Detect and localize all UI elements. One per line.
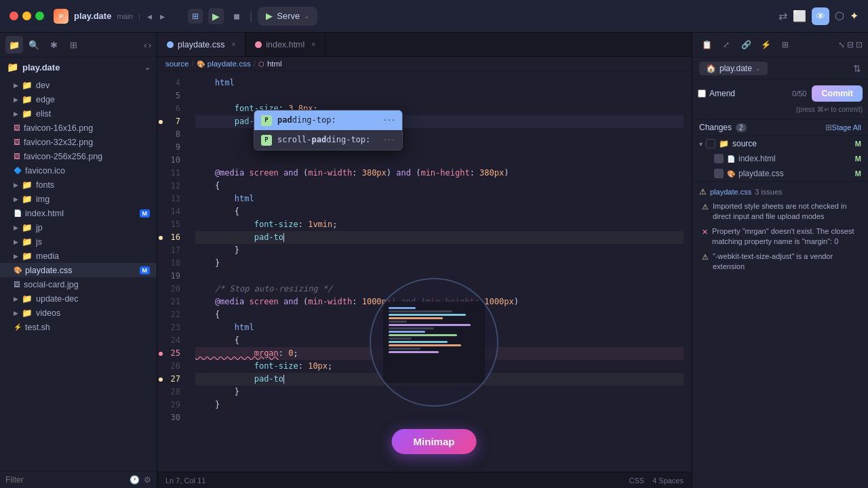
list-item[interactable]: 🖼 favicon-256x256.png [0,149,157,163]
ac-dots-2: ··· [383,134,395,146]
list-item[interactable]: 🖼 favicon-32x32.png [0,135,157,149]
sc-check-filled-2[interactable] [714,169,724,178]
filter-settings-icon[interactable]: ⚙ [144,475,151,485]
sc-folder-source[interactable]: ▾ 📁 source M [692,136,868,151]
eye-icon[interactable]: 👁 [812,7,829,25]
sc-playdate-badge: M [855,169,861,178]
issue-item-3: ⚠ "-webkit-text-size-adjust" is a vendor… [692,249,868,274]
project-root[interactable]: 📁 play.date ⌄ [0,58,157,77]
breadcrumb-html[interactable]: html [267,60,282,68]
editor-content[interactable]: 4 5 6 7 8 9 10 11 12 13 14 15 16 1 [157,71,692,472]
tab-css-close[interactable]: × [231,41,235,48]
rp-icon-3[interactable]: 🔗 [737,36,755,54]
editor-area: playdate.css × index.html × source / 🎨 p… [157,33,692,488]
list-item[interactable]: ▶ 📁 update-dec [0,291,157,306]
list-item[interactable]: ▶ 📁 jp [0,220,157,235]
code-line: { [195,308,684,321]
share-icon[interactable]: ⬡ [835,9,844,22]
changes-count-badge: 2 [736,123,747,132]
sc-check-empty[interactable] [706,139,715,148]
stage-all-button[interactable]: Stage All [832,123,861,131]
list-item[interactable]: ▶ 📁 elist [0,106,157,121]
list-item[interactable]: ▶ 📁 videos [0,306,157,320]
rp-icon-2[interactable]: ⤢ [717,36,735,54]
stop-button[interactable]: ◼ [229,9,244,24]
nav-forward-icon[interactable]: › [149,40,151,50]
list-item[interactable]: 🖼 social-card.jpg [0,277,157,291]
issue-warn-icon-1: ⚠ [702,202,709,212]
list-item[interactable]: ⚡ test.sh [0,320,157,334]
project-name: play.date [74,11,111,21]
panel-icon[interactable]: ⬜ [793,9,806,22]
rp-external-icon[interactable]: ⤡ [838,40,845,49]
status-bar: Ln 7, Col 11 CSS 4 Spaces [157,472,692,488]
badge-m-css: M [140,266,151,274]
sidebar-files-icon[interactable]: 📁 [5,36,23,54]
traffic-light-green[interactable] [35,12,44,20]
list-item[interactable]: ▶ 📁 js [0,235,157,249]
commit-button[interactable]: Commit [812,85,863,102]
autocomplete-dropdown[interactable]: P padding-top: ··· P scroll-padding-top:… [254,110,403,150]
tab-html[interactable]: index.html × [245,33,326,56]
sc-file-index[interactable]: 📄 index.html M [692,151,868,166]
repo-selector[interactable]: 🏠 play.date ⌄ [699,62,768,75]
sc-playdate-css-label: playdate.css [738,169,784,178]
sc-file-playdate[interactable]: 🎨 playdate.css M [692,166,868,181]
nav-back-icon[interactable]: ‹ [144,40,146,50]
tab-html-label: index.html [266,40,304,49]
autocomplete-item-1[interactable]: P padding-top: ··· [254,110,402,130]
rp-minimize-icon[interactable]: ⊟ [847,40,854,49]
rp-icon-5[interactable]: ⊞ [776,36,794,54]
spaces-select[interactable]: 4 Spaces [652,476,684,485]
issues-warn-icon: ⚠ [699,187,707,197]
sidebar-grid-icon[interactable]: ⊞ [64,36,82,54]
repo-chevron-icon: ⌄ [755,65,761,72]
sc-check-filled[interactable] [714,154,724,163]
tab-html-close[interactable]: × [311,41,315,48]
breadcrumb-playdate-css[interactable]: playdate.css [208,60,251,68]
list-item[interactable]: ▶ 📁 edge [0,92,157,106]
sc-folder-badge: M [855,140,861,148]
minimap-button[interactable]: Minimap [392,429,477,454]
list-item[interactable]: ▶ 📁 fonts [0,178,157,192]
forward-button[interactable]: ▸ [159,9,166,23]
breadcrumb-sep2: / [254,60,256,68]
autocomplete-item-2[interactable]: P scroll-padding-top: ··· [254,130,402,150]
amend-checkbox[interactable] [698,89,706,98]
sidebar-asterisk-icon[interactable]: ✱ [45,36,62,54]
code-line [195,89,684,102]
source-tree-button[interactable]: ⊞ [188,9,203,24]
amend-checkbox-label: Amend [698,89,735,98]
traffic-light-red[interactable] [9,12,18,20]
list-item[interactable]: 🖼 favicon-16x16.png [0,121,157,135]
issues-header[interactable]: ⚠ playdate.css 3 issues [692,184,868,199]
ac-icon-2: P [261,135,272,146]
filter-input[interactable] [5,475,125,485]
rp-icon-1[interactable]: 📋 [698,36,715,54]
sidebar-filter: 🕐 ⚙ [0,471,157,488]
rp-icon-4[interactable]: ⚡ [757,36,774,54]
list-item[interactable]: ▶ 📁 media [0,249,157,263]
star-icon[interactable]: ✦ [850,9,859,22]
serve-button[interactable]: ▶ Serve ⌄ [258,7,317,26]
list-item[interactable]: ▶ 📁 dev [0,78,157,92]
changes-header: Changes 2 ⊞ Stage All [692,119,868,136]
code-line: @media screen and (min-width: 380px) and… [195,167,684,180]
grid-view-icon[interactable]: ⊞ [825,123,832,132]
list-item[interactable]: ▶ 📁 img [0,192,157,206]
issues-file-label: playdate.css [710,188,751,196]
list-item[interactable]: 🔷 favicon.ico [0,163,157,178]
list-item[interactable]: 📄 index.html M [0,206,157,220]
code-content[interactable]: html font-size: 3.8px; pad-to (uncommitt… [187,71,692,472]
back-button[interactable]: ◂ [146,9,153,23]
rp-expand-icon[interactable]: ⊡ [856,40,863,49]
swap-icon[interactable]: ⇄ [778,9,787,22]
sidebar-search-icon[interactable]: 🔍 [25,36,43,54]
build-run-button[interactable]: ▶ [208,8,224,24]
breadcrumb-source[interactable]: source [165,60,189,68]
traffic-light-yellow[interactable] [22,12,31,20]
language-select[interactable]: CSS [629,476,645,485]
list-item[interactable]: 🎨 playdate.css M [0,263,157,277]
rp-merge-icon[interactable]: ⇅ [853,63,861,74]
tab-css[interactable]: playdate.css × [157,33,245,56]
